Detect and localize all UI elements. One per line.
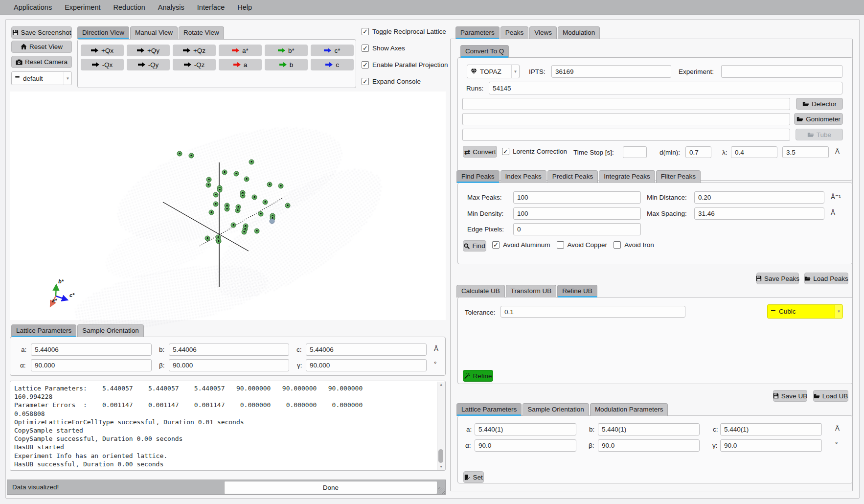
checkbox-box[interactable] [614, 241, 621, 249]
scrollbar-thumb[interactable] [438, 449, 443, 463]
gamma-field[interactable] [720, 439, 822, 452]
view-bstar-button[interactable]: b* [265, 45, 308, 56]
tab-calculate-ub[interactable]: Calculate UB [456, 285, 505, 298]
detector-button[interactable]: Detector [796, 98, 843, 110]
checkbox-box[interactable]: ✓ [502, 148, 509, 155]
tab-predict-peaks[interactable]: Predict Peaks [547, 170, 598, 183]
goniometer-button[interactable]: Goniometer [794, 113, 843, 125]
c-field[interactable] [720, 423, 822, 435]
checkbox-avoid-copper[interactable]: Avoid Copper [557, 241, 608, 249]
peak-marker[interactable] [209, 210, 214, 215]
tab-transform-ub[interactable]: Transform UB [506, 285, 557, 298]
load-peaks-button[interactable]: Load Peaks [804, 273, 848, 284]
view-plusqy-button[interactable]: +Qy [127, 45, 170, 56]
peak-marker[interactable] [267, 182, 273, 187]
peak-marker[interactable] [213, 202, 219, 207]
lorentz-correction-checkbox[interactable]: ✓ Lorentz Correction [502, 148, 567, 155]
checkbox-avoid-iron[interactable]: Avoid Iron [614, 241, 654, 249]
peak-marker[interactable] [263, 200, 268, 205]
view-plusqz-button[interactable]: +Qz [173, 45, 216, 56]
checkbox-box[interactable]: ✓ [362, 45, 369, 52]
cell-type-dropdown[interactable]: Cubic ▼ [767, 304, 843, 319]
detector-file-field[interactable] [462, 98, 790, 110]
checkbox-enable-parallel-projection[interactable]: ✓Enable Parallel Projection [362, 61, 448, 69]
menu-experiment[interactable]: Experiment [59, 1, 106, 13]
peak-marker[interactable] [217, 187, 223, 193]
console-scrollbar[interactable]: ▲ ▼ [437, 382, 445, 470]
convert-button[interactable]: ⇄ Convert [463, 146, 497, 158]
ipts-field[interactable] [551, 65, 671, 78]
tab-modulation-parameters[interactable]: Modulation Parameters [590, 403, 668, 416]
peak-marker[interactable] [249, 160, 254, 165]
tab-filter-peaks[interactable]: Filter Peaks [656, 170, 701, 183]
save-ub-button[interactable]: Save UB [773, 390, 807, 402]
tab-integrate-peaks[interactable]: Integrate Peaks [599, 170, 655, 183]
view-astar-button[interactable]: a* [219, 45, 262, 56]
menu-analysis[interactable]: Analysis [152, 1, 190, 13]
peak-marker[interactable] [258, 211, 264, 217]
gamma-field[interactable] [306, 359, 427, 371]
checkbox-box[interactable]: ✓ [362, 61, 369, 69]
tab-sample-orientation[interactable]: Sample Orientation [523, 403, 589, 416]
time-stop-field[interactable] [623, 146, 647, 158]
view-qz-button[interactable]: -Qz [173, 59, 216, 70]
peak-marker[interactable] [206, 183, 211, 188]
instrument-dropdown[interactable]: TOPAZ ▼ [467, 65, 520, 78]
view-b-button[interactable]: b [265, 59, 308, 70]
menu-applications[interactable]: Applications [8, 1, 58, 13]
set-button[interactable]: Set [463, 471, 484, 483]
console-output[interactable]: Lattice Parameters: 5.440057 5.440057 5.… [10, 381, 446, 471]
view-cstar-button[interactable]: c* [311, 45, 354, 56]
checkbox-box[interactable]: ✓ [362, 78, 369, 85]
peak-marker[interactable] [222, 170, 227, 175]
peak-marker[interactable] [216, 239, 222, 244]
tab-views[interactable]: Views [529, 26, 557, 39]
peak-marker[interactable] [231, 223, 236, 228]
checkbox-expand-console[interactable]: ✓Expand Console [362, 78, 448, 85]
peak-marker[interactable] [254, 229, 260, 234]
reset-camera-button[interactable]: Reset Camera [11, 56, 72, 68]
tab-manual-view[interactable]: Manual View [130, 26, 178, 39]
menu-help[interactable]: Help [231, 1, 258, 13]
peak-marker[interactable] [242, 229, 247, 235]
checkbox-box[interactable]: ✓ [362, 28, 369, 35]
a-field[interactable] [475, 423, 576, 435]
peak-marker[interactable] [189, 153, 194, 159]
menu-interface[interactable]: Interface [191, 1, 230, 13]
peak-marker[interactable] [278, 183, 284, 189]
alpha-field[interactable] [475, 439, 576, 452]
view-a-button[interactable]: a [219, 59, 262, 70]
min-density-field[interactable] [513, 207, 641, 220]
edge-pixels-field[interactable] [513, 223, 641, 235]
b-field[interactable] [598, 423, 700, 435]
a-field[interactable] [31, 344, 152, 356]
max-spacing-field[interactable] [694, 207, 824, 220]
refine-button[interactable]: Refine [463, 370, 493, 382]
3d-viewport[interactable]: b* c* a* [10, 92, 446, 320]
min-distance-field[interactable] [694, 191, 824, 204]
c-field[interactable] [306, 344, 427, 356]
beta-field[interactable] [169, 359, 289, 371]
save-peaks-button[interactable]: Save Peaks [756, 273, 799, 284]
menu-reduction[interactable]: Reduction [108, 1, 151, 13]
checkbox-box[interactable]: ✓ [492, 241, 500, 249]
scroll-up-icon[interactable]: ▲ [437, 382, 445, 388]
tab-parameters[interactable]: Parameters [455, 26, 500, 39]
runs-field[interactable] [489, 82, 842, 94]
lambda-min-field[interactable] [731, 146, 777, 158]
save-screenshot-button[interactable]: Save Screenshot [11, 26, 72, 39]
peak-marker[interactable] [240, 193, 246, 199]
tab-refine-ub[interactable]: Refine UB [557, 285, 597, 298]
goniometer-file-field[interactable] [462, 113, 790, 125]
load-ub-button[interactable]: Load UB [813, 390, 848, 402]
alpha-field[interactable] [31, 359, 152, 371]
tab-lattice-parameters[interactable]: Lattice Parameters [11, 324, 76, 337]
max-peaks-field[interactable] [513, 191, 641, 204]
peak-marker[interactable] [225, 206, 230, 212]
tab-direction-view[interactable]: Direction View [77, 26, 129, 39]
view-qx-button[interactable]: -Qx [81, 59, 124, 70]
lambda-max-field[interactable] [782, 146, 829, 158]
peak-marker[interactable] [206, 177, 212, 183]
resize-grip[interactable] [438, 487, 445, 494]
peak-marker[interactable] [213, 192, 219, 198]
